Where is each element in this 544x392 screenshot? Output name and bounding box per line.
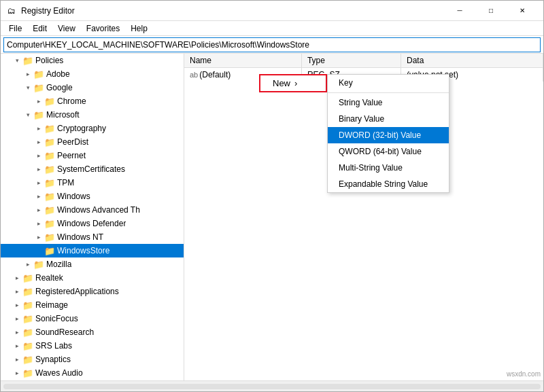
folder-icon-windowsadvanced: 📁 xyxy=(44,204,55,215)
menu-item-qword[interactable]: QWORD (64-bit) Value xyxy=(328,143,449,160)
tree-item-windowsadvanced[interactable]: ▸📁Windows Advanced Th xyxy=(1,203,184,217)
main-content: ▾📁Policies▸📁Adobe▾📁Google▸📁Chrome▾📁Micro… xyxy=(1,54,543,380)
tree-label-srslabs: SRS Labs xyxy=(35,341,72,351)
tree-label-peerdist: PeerDist xyxy=(57,137,88,147)
menu-item-dword[interactable]: DWORD (32-bit) Value xyxy=(328,127,449,143)
maximize-button[interactable]: □ xyxy=(475,1,507,21)
tree-item-registeredapps[interactable]: ▸📁RegisteredApplications xyxy=(1,285,184,298)
expand-icon-systemcertificates[interactable]: ▸ xyxy=(33,164,44,175)
tree-item-synaptics[interactable]: ▸📁Synaptics xyxy=(1,353,184,366)
scroll-track[interactable] xyxy=(3,384,541,389)
tree-panel[interactable]: ▾📁Policies▸📁Adobe▾📁Google▸📁Chrome▾📁Micro… xyxy=(1,54,184,380)
tree-item-peerdist[interactable]: ▸📁PeerDist xyxy=(1,135,184,149)
expand-icon-synaptics[interactable]: ▸ xyxy=(12,354,22,365)
expand-icon-windowsstore[interactable] xyxy=(33,245,44,256)
tree-item-windowsstore[interactable]: 📁WindowsStore xyxy=(1,244,184,257)
folder-icon-systemcertificates: 📁 xyxy=(44,164,55,175)
tree-item-srslabs[interactable]: ▸📁SRS Labs xyxy=(1,339,184,353)
folder-icon-adobe: 📁 xyxy=(33,69,44,79)
folder-icon-srslabs: 📁 xyxy=(22,340,33,351)
bottom-scrollbar[interactable] xyxy=(1,380,543,391)
title-bar: 🗂 Registry Editor ─ □ ✕ xyxy=(1,1,543,21)
tree-item-wavesaudio[interactable]: ▸📁Waves Audio xyxy=(1,366,184,380)
tree-item-windows[interactable]: ▸📁Windows xyxy=(1,190,184,203)
expand-icon-tpm[interactable]: ▸ xyxy=(33,177,44,188)
expand-icon-wavesaudio[interactable]: ▸ xyxy=(12,368,22,378)
menu-file[interactable]: File xyxy=(3,22,27,35)
tree-item-tpm[interactable]: ▸📁TPM xyxy=(1,176,184,190)
menu-edit[interactable]: Edit xyxy=(27,22,52,35)
expand-icon-reimage[interactable]: ▸ xyxy=(12,300,22,310)
tree-item-chrome[interactable]: ▸📁Chrome xyxy=(1,94,184,108)
folder-icon-sonicfocus: 📁 xyxy=(22,313,33,324)
expand-icon-microsoft[interactable]: ▾ xyxy=(22,109,33,120)
expand-icon-registeredapps[interactable]: ▸ xyxy=(12,286,22,297)
folder-icon-microsoft: 📁 xyxy=(33,109,44,120)
menu-favorites[interactable]: Favorites xyxy=(81,22,125,35)
expand-icon-windows[interactable]: ▸ xyxy=(33,191,44,202)
tree-label-windows: Windows xyxy=(57,192,90,201)
tree-item-mozilla[interactable]: ▸📁Mozilla xyxy=(1,257,184,271)
expand-icon-chrome[interactable]: ▸ xyxy=(33,96,44,107)
tree-item-systemcertificates[interactable]: ▸📁SystemCertificates xyxy=(1,162,184,176)
new-button[interactable]: New › xyxy=(259,74,327,92)
window-title: Registry Editor xyxy=(21,6,444,16)
menu-view[interactable]: View xyxy=(52,22,81,35)
tree-label-windowsdefender: Windows Defender xyxy=(57,219,126,228)
expand-icon-srslabs[interactable]: ▸ xyxy=(12,340,22,351)
tree-item-windowsnt[interactable]: ▸📁Windows NT xyxy=(1,230,184,244)
expand-icon-soundresearch[interactable]: ▸ xyxy=(12,327,22,338)
context-menu-container: New › KeyString ValueBinary ValueDWORD (… xyxy=(259,74,327,92)
folder-icon-soundresearch: 📁 xyxy=(22,327,33,338)
close-button[interactable]: ✕ xyxy=(507,1,538,21)
expand-icon-windowsdefender[interactable]: ▸ xyxy=(33,218,44,229)
expand-icon-google[interactable]: ▾ xyxy=(22,82,33,93)
expand-icon-windowsnt[interactable]: ▸ xyxy=(33,232,44,243)
expand-icon-policies[interactable]: ▾ xyxy=(12,55,22,66)
folder-icon-windowsstore: 📁 xyxy=(44,245,55,256)
tree-item-realtek[interactable]: ▸📁Realtek xyxy=(1,271,184,285)
tree-label-google: Google xyxy=(46,83,73,92)
folder-icon-google: 📁 xyxy=(33,82,44,93)
expand-icon-windowsadvanced[interactable]: ▸ xyxy=(33,204,44,215)
expand-icon-peernet[interactable]: ▸ xyxy=(33,150,44,161)
expand-icon-peerdist[interactable]: ▸ xyxy=(33,137,44,147)
folder-icon-cryptography: 📁 xyxy=(44,123,55,134)
folder-icon-windowsdefender: 📁 xyxy=(44,218,55,229)
minimize-button[interactable]: ─ xyxy=(444,1,475,21)
menu-item-expandable[interactable]: Expandable String Value xyxy=(328,176,449,192)
expand-icon-realtek[interactable]: ▸ xyxy=(12,272,22,283)
expand-icon-cryptography[interactable]: ▸ xyxy=(33,123,44,134)
tree-item-policies[interactable]: ▾📁Policies xyxy=(1,54,184,67)
col-name: Name xyxy=(184,54,301,68)
folder-icon-peernet: 📁 xyxy=(44,150,55,161)
expand-icon-sonicfocus[interactable]: ▸ xyxy=(12,313,22,324)
menu-item-binary[interactable]: Binary Value xyxy=(328,111,449,127)
menu-help[interactable]: Help xyxy=(125,22,153,35)
menu-item-string[interactable]: String Value xyxy=(328,94,449,111)
tree-item-microsoft[interactable]: ▾📁Microsoft xyxy=(1,108,184,122)
tree-item-peernet[interactable]: ▸📁Peernet xyxy=(1,149,184,162)
expand-icon-adobe[interactable]: ▸ xyxy=(22,69,33,79)
tree-item-soundresearch[interactable]: ▸📁SoundResearch xyxy=(1,325,184,339)
tree-item-windows2[interactable]: ▸📁Windows xyxy=(1,380,184,380)
tree-label-wavesaudio: Waves Audio xyxy=(35,368,83,378)
window-controls: ─ □ ✕ xyxy=(444,1,538,21)
tree-label-sonicfocus: SonicFocus xyxy=(35,314,78,323)
tree-label-chrome: Chrome xyxy=(57,96,86,106)
tree-label-adobe: Adobe xyxy=(46,69,70,79)
folder-icon-windowsnt: 📁 xyxy=(44,232,55,243)
tree-item-reimage[interactable]: ▸📁Reimage xyxy=(1,298,184,312)
expand-icon-mozilla[interactable]: ▸ xyxy=(22,259,33,270)
tree-item-cryptography[interactable]: ▸📁Cryptography xyxy=(1,122,184,135)
tree-item-google[interactable]: ▾📁Google xyxy=(1,81,184,94)
tree-label-tpm: TPM xyxy=(57,178,74,188)
folder-icon-wavesaudio: 📁 xyxy=(22,368,33,378)
menu-item-multistring[interactable]: Multi-String Value xyxy=(328,160,449,176)
tree-item-sonicfocus[interactable]: ▸📁SonicFocus xyxy=(1,312,184,325)
tree-item-windowsdefender[interactable]: ▸📁Windows Defender xyxy=(1,217,184,230)
tree-item-adobe[interactable]: ▸📁Adobe xyxy=(1,67,184,81)
address-input[interactable] xyxy=(3,37,541,52)
menu-item-key[interactable]: Key xyxy=(328,75,449,91)
tree-label-cryptography: Cryptography xyxy=(57,124,106,133)
